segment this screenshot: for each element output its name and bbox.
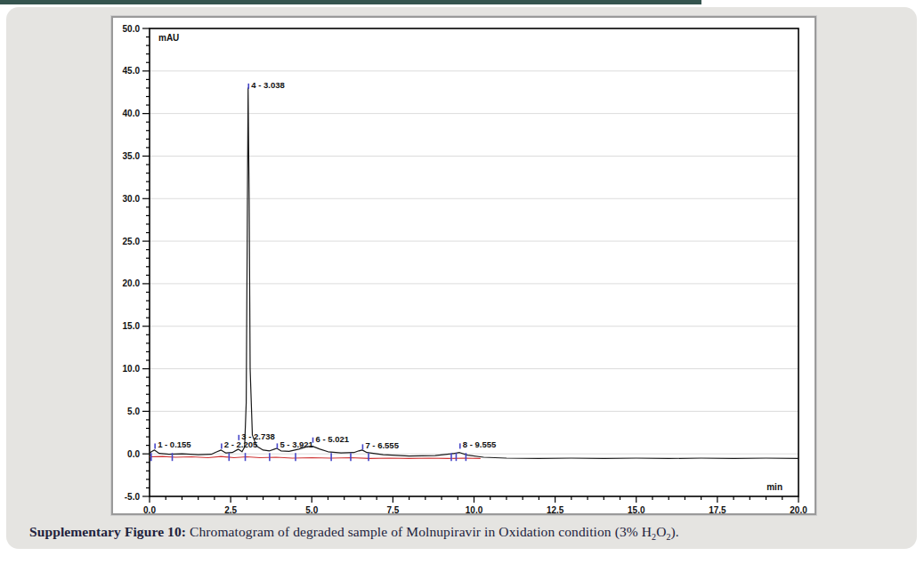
y-tick-label: 15.0 — [123, 321, 141, 331]
uv-trace — [150, 88, 798, 459]
caption-text-2: O — [656, 524, 666, 539]
peak-label: 2 - 2.205 — [224, 439, 258, 449]
peak-label: 1 - 0.155 — [158, 439, 191, 449]
caption-label: Supplementary Figure 10: — [29, 524, 186, 539]
x-tick-label: 7.5 — [386, 505, 399, 513]
y-tick-label: 40.0 — [123, 109, 141, 118]
peak-label: 5 - 3.921 — [280, 439, 313, 449]
x-tick-label: 15.0 — [628, 505, 645, 513]
peak-label: 7 - 6.555 — [365, 440, 399, 450]
y-tick-label: 5.0 — [127, 407, 140, 416]
chart-card: -5.00.05.010.015.020.025.030.035.040.045… — [111, 16, 816, 515]
y-tick-label: 45.0 — [123, 66, 141, 76]
secondary-trace — [150, 456, 481, 458]
y-tick-label: 50.0 — [123, 24, 141, 34]
x-tick-label: 20.0 — [790, 505, 807, 513]
caption-text-3: ). — [671, 524, 679, 539]
y-tick-label: 20.0 — [123, 278, 141, 288]
y-tick-label: 0.0 — [127, 449, 140, 459]
x-tick-label: 17.5 — [709, 505, 726, 513]
x-tick-label: 5.0 — [305, 505, 318, 513]
figure-caption: Supplementary Figure 10: Chromatogram of… — [29, 524, 679, 540]
chromatogram-svg: -5.00.05.010.015.020.025.030.035.040.045… — [113, 18, 815, 513]
peak-label: 3 - 2.738 — [241, 431, 275, 441]
top-accent-bar — [0, 0, 701, 4]
y-tick-label: 10.0 — [123, 364, 141, 374]
y-tick-label: 30.0 — [123, 194, 141, 204]
y-unit-label: mAU — [158, 33, 179, 43]
peak-label: 4 - 3.038 — [251, 80, 285, 90]
x-tick-label: 0.0 — [143, 505, 156, 513]
caption-text-1: Chromatogram of degraded sample of Molnu… — [186, 524, 652, 539]
x-unit-label: min — [766, 482, 782, 492]
peak-label: 6 - 5.021 — [316, 434, 350, 444]
peak-label: 8 - 9.555 — [463, 439, 497, 449]
x-tick-label: 2.5 — [224, 505, 237, 513]
x-tick-label: 12.5 — [547, 505, 564, 513]
y-tick-label: 35.0 — [123, 151, 141, 161]
y-tick-label: -5.0 — [125, 492, 141, 502]
y-tick-label: 25.0 — [123, 237, 141, 246]
x-tick-label: 10.0 — [466, 505, 483, 513]
